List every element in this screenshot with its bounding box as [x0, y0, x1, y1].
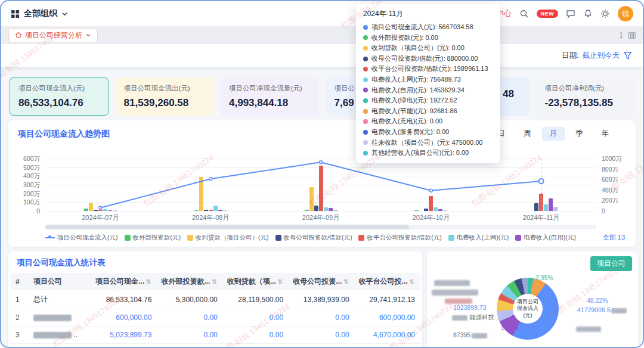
legend-item[interactable]: 电费收入(上网)(元) — [448, 234, 509, 242]
value-cell: 4,670,000.00 — [354, 327, 420, 344]
row-index: 3 — [11, 327, 29, 344]
redacted-tail — [472, 333, 487, 338]
period-option[interactable]: 季 — [568, 127, 591, 141]
tooltip-series-dot — [363, 25, 368, 30]
search-icon[interactable] — [519, 9, 529, 18]
sort-icon[interactable]: ⇅ — [343, 278, 348, 285]
tooltip-series-dot — [363, 130, 368, 135]
settings-gear-icon[interactable] — [600, 9, 610, 18]
legend-swatch — [275, 235, 281, 241]
kpi-card-2[interactable]: 项目公司现金流出(元)81,539,260.58 — [115, 77, 214, 116]
value-cell: 28,119,500.00 — [222, 290, 288, 309]
kpi-card-title: 项目公司现金流出(元) — [124, 84, 205, 93]
sort-icon[interactable]: ⇅ — [146, 278, 151, 285]
kpi-card-3[interactable]: 项目公司净现金流量(元)4,993,844.18 — [220, 77, 319, 116]
sort-icon[interactable]: ⇅ — [410, 278, 414, 285]
tooltip-series-dot — [363, 98, 368, 103]
table-row[interactable]: 1总计86,533,104.765,300,000.0028,119,500.0… — [11, 290, 420, 309]
tooltip-item-text: 电费收入(绿电)(元): 19272.52 — [371, 95, 457, 106]
row-index: 4 — [11, 344, 29, 348]
chart-scrollbar[interactable] — [45, 225, 596, 229]
column-header[interactable]: 收到贷款（项...⇅ — [222, 273, 288, 290]
trend-chart-card: 项目公司现金流入趋势图 日周月季年 600万500万400万300万200万10… — [8, 120, 636, 247]
tooltip-series-dot — [363, 57, 368, 61]
scrollbar-thumb[interactable] — [45, 225, 409, 229]
tooltip-item: 电费收入(节能)(元): 92681.86 — [363, 106, 493, 117]
legend-line-dot — [48, 235, 51, 238]
legend-item[interactable]: 收外部投资款(元) — [125, 234, 181, 242]
column-header[interactable]: 项目公司现金...⇅ — [91, 273, 156, 290]
legend-item[interactable]: 收母公司投资款/借款(元) — [275, 234, 352, 242]
top-header: 全部组织 案中心 NEW — [1, 1, 643, 26]
trend-title: 项目公司现金流入趋势图 — [18, 129, 110, 139]
columns-icon[interactable] — [628, 32, 636, 39]
tab-project-analysis[interactable]: 项目公司经营分析 — [8, 28, 98, 42]
tooltip-item: 收外部投资款(元): 0.00 — [363, 33, 493, 44]
org-label: 全部组织 — [24, 8, 57, 19]
y-axis-label-left: 200万 — [23, 190, 40, 198]
column-header[interactable]: 收外部投资款...⇅ — [156, 273, 222, 290]
pie-label-bottom-value: 87395 — [453, 331, 487, 338]
message-icon[interactable] — [566, 9, 575, 18]
period-option[interactable]: 周 — [516, 127, 539, 141]
kpi-row: 项目公司现金流入(元)86,533,104.76项目公司现金流出(元)81,53… — [10, 77, 634, 116]
legend-item-label: 收到贷款（项目公司）(元) — [196, 234, 269, 242]
column-header: 项目公司 — [29, 273, 91, 290]
kpi-card-1[interactable]: 项目公司现金流入(元)86,533,104.76 — [10, 77, 109, 116]
pie-label-left-value: 1023899.73 — [453, 304, 486, 311]
legend-item[interactable]: 电费收入(自用)(元) — [515, 234, 576, 242]
period-toggle: 日周月季年 — [490, 127, 617, 141]
stats-table: #项目公司项目公司现金...⇅收外部投资款...⇅收到贷款（项...⇅收母公司投… — [11, 273, 420, 348]
chart-tooltip: 2024年-11月 项目公司现金流入(元): 5667034.58收外部投资款(… — [356, 4, 500, 163]
legend-swatch — [187, 235, 193, 241]
kpi-card-6[interactable]: 项目公司净利润(元)-23,578,135.85 — [536, 77, 635, 116]
legend-item-line[interactable]: 项目公司现金流入(元) — [45, 234, 118, 242]
x-axis-label: 2024年-09月 — [302, 213, 339, 222]
redacted-label — [576, 327, 601, 332]
table-row[interactable]: 4200,000.000.000.000.00200,000.00 — [11, 344, 420, 348]
value-cell: 0.00 — [222, 327, 288, 344]
project-company-tag[interactable]: 项目公司 — [590, 256, 632, 271]
tooltip-series-dot — [363, 119, 368, 124]
filter-row: 日期: 截止到今天 — [1, 44, 643, 67]
period-option[interactable]: 年 — [594, 127, 617, 141]
column-header[interactable]: 收平台公司投...⇅ — [354, 273, 420, 290]
tooltip-item: 电费收入(上网)(元): 756489.73 — [363, 74, 493, 85]
redacted-tail — [611, 308, 627, 313]
chart-area[interactable]: 600万500万400万300万200万100万0 1000万800万600万4… — [18, 157, 626, 212]
column-header[interactable]: 收母公司投资...⇅ — [288, 273, 354, 290]
pie-label-purple-pct: 10.1% — [501, 324, 519, 331]
tooltip-item-text: 电费收入(上网)(元): 756489.73 — [371, 74, 461, 85]
table-row[interactable]: 2600,000.000.000.000.00600,000.00 — [11, 309, 420, 327]
header-actions: 案中心 NEW 锐 — [478, 6, 634, 21]
redacted-prefix — [452, 315, 467, 321]
tooltip-series-dot — [363, 88, 368, 92]
tooltip-rows: 项目公司现金流入(元): 5667034.58收外部投资款(元): 0.00收到… — [363, 22, 493, 159]
chart-plot[interactable] — [45, 159, 596, 211]
legend-item[interactable]: 收平台公司投资款/借款(元) — [358, 234, 441, 242]
caret-down-icon — [85, 32, 91, 38]
tooltip-item: 往来收款（项目公司）(元): 475000.00 — [363, 138, 493, 148]
legend-more-link[interactable]: 全部 13 — [603, 233, 625, 242]
notification-bell-icon[interactable] — [583, 9, 593, 18]
table-row[interactable]: 3 ..5,023,899.730.000.000.004,670,000.00 — [11, 327, 420, 344]
tooltip-item-text: 收外部投资款(元): 0.00 — [371, 33, 438, 44]
y-axis-left: 600万500万400万300万200万100万0 — [18, 157, 43, 212]
tooltip-item: 电费收入(自用)(元): 1453629.34 — [363, 85, 493, 96]
period-option[interactable]: 月 — [542, 127, 565, 141]
org-selector[interactable]: 全部组织 — [11, 8, 68, 19]
sort-icon[interactable]: ⇅ — [212, 278, 216, 285]
chevron-down-icon — [61, 11, 68, 17]
redacted-label — [445, 299, 472, 304]
legend-item[interactable]: 收到贷款（项目公司）(元) — [187, 234, 269, 242]
date-filter-value[interactable]: 截止到今天 — [583, 51, 620, 61]
avatar[interactable]: 锐 — [618, 6, 633, 21]
value-cell: 200,000.00 — [91, 344, 156, 348]
filter-funnel-icon[interactable] — [623, 51, 632, 60]
chart-legend: 项目公司现金流入(元)收外部投资款(元)收到贷款（项目公司）(元)收母公司投资款… — [45, 233, 625, 242]
sort-icon[interactable]: ⇅ — [278, 278, 283, 285]
legend-item-label: 电费收入(自用)(元) — [524, 234, 576, 242]
value-cell: 5,023,899.73 — [91, 327, 156, 344]
legend-swatch — [125, 235, 131, 241]
x-axis-label: 2024年-07月 — [82, 213, 119, 222]
